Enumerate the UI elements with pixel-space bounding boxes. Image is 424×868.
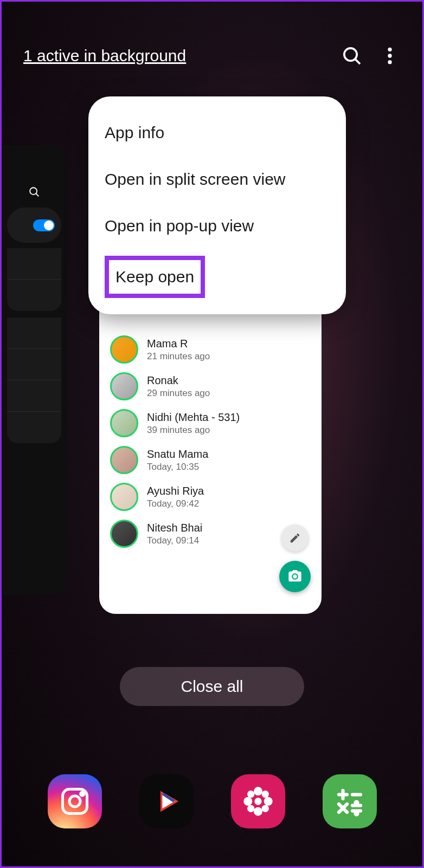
more-icon[interactable] <box>379 45 401 67</box>
svg-point-11 <box>254 787 262 795</box>
dock <box>2 774 422 828</box>
contact-name: Ayushi Riya <box>147 485 311 497</box>
contact-name: Snatu Mama <box>147 448 311 461</box>
menu-item-keep-open[interactable]: Keep open <box>105 256 205 298</box>
svg-point-13 <box>243 797 252 806</box>
contact-time: Today, 10:35 <box>147 462 311 472</box>
menu-item-popup-view[interactable]: Open in pop-up view <box>88 203 346 249</box>
contact-name: Ronak <box>147 374 311 387</box>
menu-item-app-info[interactable]: App info <box>88 109 346 156</box>
svg-point-17 <box>247 805 254 812</box>
camera-fab[interactable] <box>279 561 311 592</box>
instagram-icon[interactable] <box>48 774 102 828</box>
contact-time: 29 minutes ago <box>147 388 311 399</box>
svg-point-26 <box>355 802 357 804</box>
svg-line-6 <box>36 193 38 196</box>
avatar <box>110 483 138 511</box>
list-item <box>7 318 61 349</box>
avatar <box>110 372 138 400</box>
svg-point-8 <box>69 796 80 807</box>
status-row[interactable]: Mama R 21 minutes ago <box>99 331 322 368</box>
contact-name: Nidhi (Mehta - 531) <box>147 411 311 424</box>
avatar <box>110 409 138 437</box>
youtube-icon[interactable] <box>139 774 194 828</box>
status-row[interactable]: Ayushi Riya Today, 09:42 <box>99 478 322 515</box>
menu-item-split-screen[interactable]: Open in split screen view <box>88 156 346 203</box>
edit-fab[interactable] <box>281 524 309 552</box>
svg-point-3 <box>388 54 391 57</box>
contact-time: Today, 09:42 <box>147 498 311 509</box>
list-item <box>7 380 61 412</box>
list-item <box>7 349 61 380</box>
svg-point-16 <box>261 791 268 798</box>
close-all-button[interactable]: Close all <box>120 667 304 706</box>
svg-point-4 <box>388 60 391 64</box>
avatar <box>110 335 138 364</box>
svg-point-27 <box>355 813 357 815</box>
toggle-row <box>7 208 61 243</box>
list-item <box>7 248 61 280</box>
search-icon <box>7 186 61 198</box>
svg-point-2 <box>388 48 391 51</box>
status-row[interactable]: Nidhi (Mehta - 531) 39 minutes ago <box>99 405 322 442</box>
svg-point-14 <box>264 797 272 806</box>
svg-point-10 <box>254 798 261 805</box>
svg-point-15 <box>247 791 254 798</box>
recents-top-bar: 1 active in background <box>2 45 422 67</box>
gallery-icon[interactable] <box>231 774 285 828</box>
app-context-menu: App info Open in split screen view Open … <box>88 96 346 314</box>
contact-time: 21 minutes ago <box>147 351 311 362</box>
svg-point-12 <box>254 807 262 816</box>
avatar <box>110 446 138 474</box>
background-apps-link[interactable]: 1 active in background <box>23 47 325 65</box>
toggle-switch[interactable] <box>33 219 55 231</box>
status-row[interactable]: Snatu Mama Today, 10:35 <box>99 442 322 478</box>
list-item <box>7 280 61 311</box>
contact-time: 39 minutes ago <box>147 425 311 436</box>
avatar <box>110 520 138 548</box>
svg-point-0 <box>344 48 357 61</box>
search-icon[interactable] <box>341 45 363 67</box>
status-row[interactable]: Ronak 29 minutes ago <box>99 368 322 405</box>
list-item <box>7 412 61 443</box>
contact-name: Mama R <box>147 338 311 350</box>
left-app-card[interactable] <box>2 145 67 595</box>
svg-point-18 <box>261 805 268 812</box>
svg-point-5 <box>30 187 37 195</box>
calculator-icon[interactable] <box>323 774 377 828</box>
svg-point-9 <box>80 792 83 795</box>
svg-line-1 <box>355 59 360 64</box>
